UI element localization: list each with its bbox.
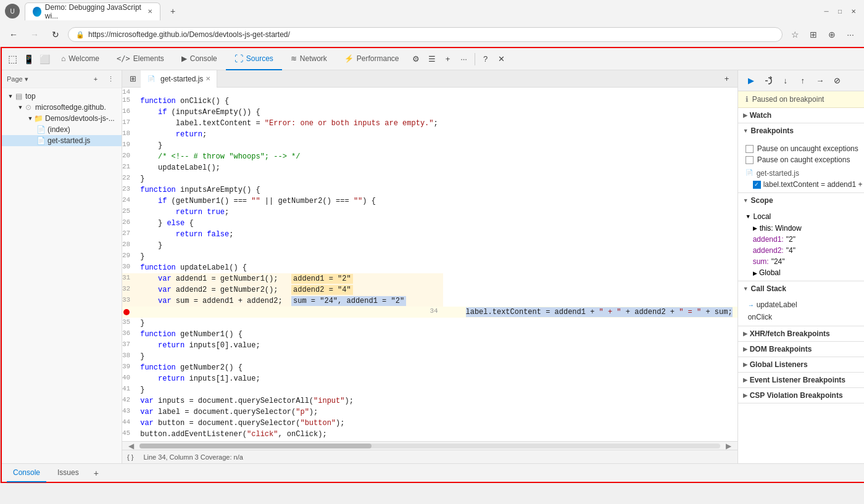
favorites-icon[interactable]: ☆ bbox=[786, 26, 804, 43]
page-dropdown[interactable]: Page ▾ bbox=[7, 75, 28, 83]
pause-caught-checkbox[interactable] bbox=[746, 156, 754, 164]
debug-sidebar: ▶ ↓ ↑ → ⊘ ℹ Paused on breakpoint bbox=[737, 70, 864, 463]
bottom-tab-issues[interactable]: Issues bbox=[51, 464, 85, 482]
host-icon: ⊙ bbox=[24, 103, 33, 112]
event-listener-bp-header[interactable]: ▶ Event Listener Breakpoints bbox=[738, 373, 864, 387]
call-stack-onclick[interactable]: onClick get-started.js:21 bbox=[738, 311, 864, 323]
toggle-sidebar-button[interactable]: ⬜ bbox=[36, 51, 52, 67]
scope-this-item[interactable]: ▶ this: Window bbox=[738, 223, 864, 234]
new-tab-button[interactable]: + bbox=[165, 6, 180, 16]
scope-addend1-item: addend1: "2" bbox=[738, 234, 864, 245]
collections-icon[interactable]: ⊞ bbox=[805, 26, 822, 43]
breakpoints-options: Pause on uncaught exceptions Pause on ca… bbox=[738, 141, 864, 168]
forward-button[interactable]: → bbox=[26, 26, 43, 43]
code-line-16: 16 if (inputsAreEmpty()) { bbox=[122, 107, 737, 118]
hscrollbar-thumb[interactable] bbox=[139, 444, 372, 448]
pause-uncaught-checkbox[interactable] bbox=[746, 145, 754, 153]
profile-icon[interactable]: ··· bbox=[842, 26, 859, 43]
line-content-41: } bbox=[135, 384, 443, 395]
scope-local-group[interactable]: ▼ Local bbox=[738, 210, 864, 223]
add-bottom-tab-button[interactable]: + bbox=[90, 467, 102, 479]
global-listeners-header[interactable]: ▶ Global Listeners bbox=[738, 357, 864, 372]
close-button[interactable]: ✕ bbox=[848, 6, 859, 17]
step-out-button[interactable]: ↑ bbox=[795, 73, 811, 89]
line-num-45: 45 bbox=[122, 429, 135, 440]
close-devtools-button[interactable]: ✕ bbox=[494, 51, 510, 67]
layers-button[interactable]: ☰ bbox=[424, 51, 440, 67]
split-editor-button[interactable]: ⊞ bbox=[125, 71, 141, 87]
tree-item-host[interactable]: ▼ ⊙ microsoftedge.github. bbox=[2, 102, 122, 113]
line-content-22: } bbox=[135, 173, 443, 184]
scroll-right-button[interactable]: ▶ bbox=[723, 442, 735, 450]
settings-button[interactable]: ⚙ bbox=[408, 51, 424, 67]
scope-global-label: ▶ Global bbox=[753, 268, 781, 277]
watch-section-header[interactable]: ▶ Watch bbox=[738, 108, 864, 123]
tree-item-top[interactable]: ▼ ▤ top bbox=[2, 91, 122, 102]
breakpoint-indicator bbox=[123, 309, 130, 315]
tab-console[interactable]: ▶ Console bbox=[173, 48, 226, 70]
xhr-breakpoints-header[interactable]: ▶ XHR/fetch Breakpoints bbox=[738, 326, 864, 341]
step-over-button[interactable] bbox=[760, 73, 776, 89]
paused-banner: ℹ Paused on breakpoint bbox=[738, 91, 864, 108]
step-button[interactable]: → bbox=[812, 73, 828, 89]
add-tab-button[interactable]: + bbox=[440, 51, 456, 67]
new-snippet-button[interactable]: + bbox=[89, 73, 102, 85]
back-button[interactable]: ← bbox=[5, 26, 22, 43]
watch-label: Watch bbox=[750, 111, 772, 120]
line-num-14: 14 bbox=[122, 88, 135, 96]
tab-close-button[interactable]: ✕ bbox=[147, 8, 152, 15]
editor-tab-close[interactable]: ✕ bbox=[206, 75, 210, 82]
extensions-icon[interactable]: ⊕ bbox=[823, 26, 841, 43]
device-toolbar-button[interactable]: 📱 bbox=[20, 51, 36, 67]
editor-hscroll[interactable]: ◀ ▶ bbox=[122, 441, 737, 450]
tree-item-index[interactable]: 📄 (index) bbox=[2, 124, 122, 135]
line-num-36: 36 bbox=[122, 329, 135, 340]
line-num-39: 39 bbox=[122, 362, 135, 373]
resume-button[interactable]: ▶ bbox=[743, 73, 759, 89]
tab-network[interactable]: ≋ Network bbox=[282, 48, 336, 70]
call-stack-update-label[interactable]: → updateLabel get-started.js:34 bbox=[738, 299, 864, 311]
line-content-18: return; bbox=[135, 129, 443, 140]
url-bar[interactable]: 🔒 https://microsoftedge.github.io/Demos/… bbox=[68, 27, 783, 42]
tab-elements[interactable]: </> Elements bbox=[108, 48, 173, 70]
scroll-left-button[interactable]: ◀ bbox=[125, 442, 137, 450]
bp-file-item[interactable]: 📄 get-started.js bbox=[738, 168, 864, 179]
csp-breakpoints-section: ▶ CSP Violation Breakpoints bbox=[738, 388, 864, 403]
step-into-button[interactable]: ↓ bbox=[778, 73, 794, 89]
line-num-18: 18 bbox=[122, 129, 135, 140]
more-tabs-button[interactable]: ··· bbox=[456, 51, 472, 67]
bottom-tab-console[interactable]: Console bbox=[7, 464, 46, 482]
scope-section-header[interactable]: ▼ Scope bbox=[738, 193, 864, 208]
line-content-39: function getNumber2() { bbox=[135, 362, 443, 373]
sidebar-more-button[interactable]: ⋮ bbox=[104, 73, 117, 85]
breakpoints-section-header[interactable]: ▼ Breakpoints bbox=[738, 123, 864, 138]
bp-entry-item[interactable]: ✓ label.textContent = addend1 + "… 34 bbox=[738, 179, 864, 190]
help-button[interactable]: ? bbox=[478, 51, 494, 67]
call-stack-header[interactable]: ▼ Call Stack bbox=[738, 281, 864, 296]
dom-breakpoints-header[interactable]: ▶ DOM Breakpoints bbox=[738, 342, 864, 357]
tab-welcome[interactable]: ⌂ Welcome bbox=[52, 48, 108, 70]
code-line-46: 46 bbox=[122, 440, 737, 441]
line-num-37: 37 bbox=[122, 340, 135, 351]
editor-tab-script[interactable]: 📄 get-started.js ✕ bbox=[141, 70, 217, 88]
minimize-button[interactable]: ─ bbox=[821, 6, 832, 17]
format-button[interactable]: { } bbox=[127, 453, 133, 461]
bp-checkbox-checked[interactable]: ✓ bbox=[753, 181, 761, 189]
tab-sources[interactable]: ⛶ Sources bbox=[226, 48, 282, 70]
tree-item-script[interactable]: 📄 get-started.js bbox=[2, 135, 122, 146]
editor-content[interactable]: 14 15 function onClick() { 16 if (inputs… bbox=[122, 88, 737, 441]
add-watch-button[interactable]: + bbox=[719, 71, 735, 87]
refresh-button[interactable]: ↻ bbox=[47, 26, 64, 43]
code-line-40: 40 return inputs[1].value; bbox=[122, 373, 737, 384]
hscrollbar-track[interactable] bbox=[139, 444, 720, 448]
maximize-button[interactable]: □ bbox=[834, 6, 845, 17]
browser-tab[interactable]: Demo: Debugging JavaScript wi... ✕ bbox=[25, 2, 160, 20]
scope-global-item[interactable]: ▶ Global Window bbox=[738, 267, 864, 278]
inspect-element-button[interactable]: ⬚ bbox=[4, 51, 20, 67]
deactivate-breakpoints-button[interactable]: ⊘ bbox=[829, 73, 845, 89]
tab-performance[interactable]: ⚡ Performance bbox=[336, 48, 408, 70]
pause-caught-option[interactable]: Pause on caught exceptions bbox=[746, 154, 864, 165]
pause-uncaught-option[interactable]: Pause on uncaught exceptions bbox=[746, 143, 864, 154]
csp-breakpoints-header[interactable]: ▶ CSP Violation Breakpoints bbox=[738, 388, 864, 403]
tree-item-folder[interactable]: ▼ 📁 Demos/devtools-js-... bbox=[2, 113, 122, 124]
